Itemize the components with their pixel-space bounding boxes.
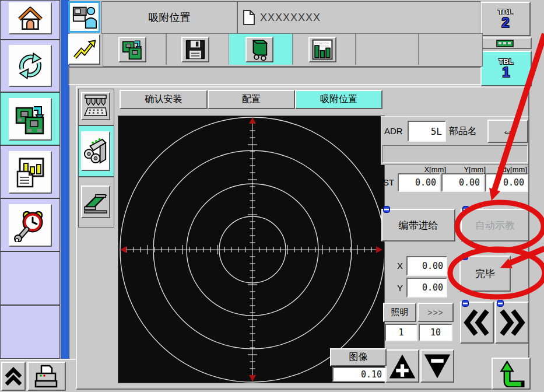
tbl2-number: 2 xyxy=(501,16,509,30)
light-value-field[interactable]: 1 xyxy=(385,324,417,341)
swap-button[interactable]: ⇔ xyxy=(487,120,528,143)
cycle-icon xyxy=(15,50,46,82)
sidebar-cell-data-edit xyxy=(0,92,60,145)
y-offset-label: Y xyxy=(397,283,403,293)
next-icon xyxy=(499,307,525,338)
statistics-icon xyxy=(311,38,334,61)
sidebar-bottom-row xyxy=(0,359,76,392)
mode-cell-tape xyxy=(78,125,114,177)
next-button[interactable] xyxy=(495,302,529,344)
sidebar-cell-report xyxy=(0,145,60,198)
zoom-out-button[interactable] xyxy=(420,349,454,383)
statistics-button[interactable] xyxy=(308,37,336,62)
image-button[interactable]: 图像 xyxy=(330,348,387,366)
done-button[interactable]: 完毕 xyxy=(459,256,511,292)
report-button[interactable] xyxy=(9,151,52,194)
access-level-icon xyxy=(462,206,469,213)
part-name-display xyxy=(382,145,528,163)
camera-view[interactable] xyxy=(118,116,385,383)
feeder-button[interactable] xyxy=(245,37,273,62)
sidebar-cell-home xyxy=(0,0,60,40)
sidebar-cell-empty-2 xyxy=(0,305,60,359)
light-label: 照明 xyxy=(391,307,409,318)
board-mode-button[interactable] xyxy=(81,186,110,218)
tab-label: 确认安装 xyxy=(145,93,182,106)
mode-cell-board xyxy=(78,177,114,228)
prev-button[interactable] xyxy=(460,302,494,344)
nozzle-tray-icon xyxy=(83,94,108,118)
tape-feed-label: 编带进给 xyxy=(399,219,438,232)
tbl-divider xyxy=(478,37,532,49)
y-offset-field[interactable]: 0.00 xyxy=(406,278,447,298)
st-y-field[interactable]: 0.00 xyxy=(441,173,484,192)
tab-label: 吸附位置 xyxy=(320,93,357,106)
access-level-icon xyxy=(462,300,469,307)
col-header-fdy: Fdy[mm] xyxy=(487,165,527,174)
tbl2-button[interactable]: TBL 2 xyxy=(480,2,531,36)
document-name: XXXXXXXX xyxy=(260,12,321,24)
adr-field[interactable]: 5L xyxy=(408,121,446,142)
done-label: 完毕 xyxy=(475,267,495,281)
toolbar-divider xyxy=(166,34,167,65)
sidebar-cell-empty-1 xyxy=(0,251,60,305)
mode-cell-tray xyxy=(78,89,114,125)
maintenance-clock-icon xyxy=(14,209,47,242)
zoom-out-icon xyxy=(423,352,452,380)
auto-teach-label: 自动示教 xyxy=(475,219,515,232)
zoom-in-button[interactable] xyxy=(385,349,419,383)
tape-feeder-icon xyxy=(83,135,108,167)
document-section: XXXXXXXX xyxy=(237,1,480,34)
image-button-label: 图像 xyxy=(349,351,368,363)
save-icon xyxy=(185,39,206,60)
feeder-cart-icon xyxy=(248,38,271,61)
part-name-label: 部品名 xyxy=(449,125,477,138)
page-title: 吸附位置 xyxy=(149,10,191,24)
screen-mode-button[interactable] xyxy=(68,1,100,33)
tbl1-button[interactable]: TBL 1 xyxy=(480,51,532,86)
home-button[interactable] xyxy=(9,2,52,34)
camera-operator-icon xyxy=(72,5,97,29)
data-edit-button[interactable] xyxy=(9,98,52,141)
image-scale-field[interactable]: 0.10 xyxy=(332,367,386,382)
tray-mode-button[interactable] xyxy=(81,92,110,120)
auto-teach-button[interactable]: 自动示教 xyxy=(461,209,529,242)
trend-arrow-icon xyxy=(72,37,97,62)
prev-icon xyxy=(464,307,490,338)
tab-label: 配置 xyxy=(242,93,261,106)
step-value-field[interactable]: 10 xyxy=(419,324,452,341)
report-icon xyxy=(14,156,47,189)
light-button[interactable]: 照明 xyxy=(383,303,416,322)
pcb-copy-icon xyxy=(14,103,47,136)
print-button[interactable] xyxy=(27,362,66,391)
col-header-y: Y[mm] xyxy=(450,165,486,174)
tab-pickup-position[interactable]: 吸附位置 xyxy=(295,90,382,109)
machine-ui-screen: 吸附位置 XXXXXXXX TBL 2 xyxy=(0,0,544,392)
access-level-icon xyxy=(461,253,468,260)
toolbar-divider xyxy=(355,34,356,65)
tape-feed-button[interactable]: 编带进给 xyxy=(381,209,455,242)
printer-icon xyxy=(33,363,60,389)
document-icon xyxy=(243,9,255,26)
st-label: ST xyxy=(383,177,394,187)
st-x-field[interactable]: 0.00 xyxy=(398,173,440,192)
pcb-copy-small-icon xyxy=(121,38,143,61)
tab-config[interactable]: 配置 xyxy=(208,90,295,109)
sidebar-cell-maintenance xyxy=(0,198,60,251)
tab-confirm-mount[interactable]: 确认安装 xyxy=(120,90,208,109)
zoom-in-icon xyxy=(388,352,417,380)
x-offset-field[interactable]: 0.00 xyxy=(406,256,447,276)
trend-button[interactable] xyxy=(68,34,100,65)
maintenance-button[interactable] xyxy=(9,204,52,247)
collapse-icon xyxy=(3,365,23,387)
toolbar-data-button[interactable] xyxy=(118,37,146,62)
cycle-button[interactable] xyxy=(9,45,52,87)
save-button[interactable] xyxy=(181,37,209,62)
return-icon xyxy=(496,360,527,387)
return-button[interactable] xyxy=(492,358,531,390)
collapse-button[interactable] xyxy=(1,362,26,391)
sidebar-cell-cycle xyxy=(0,40,60,92)
fast-step-button[interactable]: >>> xyxy=(417,303,454,322)
toolbar xyxy=(103,33,483,66)
st-fdy-field[interactable]: 0.00 xyxy=(485,173,528,192)
tape-mode-button[interactable] xyxy=(81,131,110,171)
